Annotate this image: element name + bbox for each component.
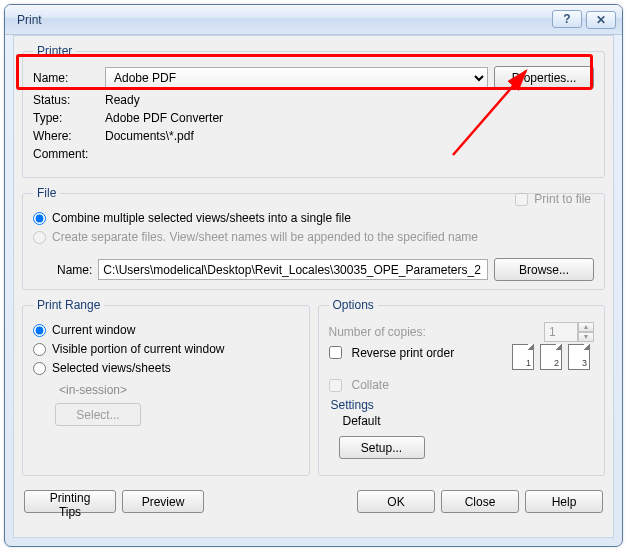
type-value: Adobe PDF Converter [105,111,223,125]
help-button[interactable]: Help [525,490,603,513]
copies-label: Number of copies: [329,325,541,339]
visible-portion-label: Visible portion of current window [52,342,225,356]
current-window-radio[interactable] [33,324,46,337]
print-dialog: Print ? ✕ Printer Name: Adobe PDF Proper… [4,4,623,547]
where-label: Where: [33,129,99,143]
titlebar: Print ? ✕ [5,5,622,35]
printing-tips-button[interactable]: Printing Tips [24,490,116,513]
chevron-up-icon: ▲ [578,322,594,332]
combine-label: Combine multiple selected views/sheets i… [52,211,351,225]
print-to-file-checkbox [515,193,528,206]
print-to-file-label: Print to file [534,192,591,206]
in-session-text: <in-session> [59,383,299,397]
print-range-group: Print Range Current window Visible porti… [22,298,310,476]
help-icon[interactable]: ? [552,10,582,28]
printer-group: Printer Name: Adobe PDF Properties... St… [22,44,605,178]
reverse-label: Reverse print order [352,346,509,360]
combine-radio[interactable] [33,212,46,225]
chevron-down-icon: ▼ [578,332,594,342]
file-legend: File [33,186,60,200]
reverse-row[interactable]: Reverse print order 1 2 3 [329,346,595,376]
visible-portion-radio[interactable] [33,343,46,356]
options-group: Options Number of copies: ▲▼ Reverse pri… [318,298,606,476]
close-button[interactable]: Close [441,490,519,513]
options-legend: Options [329,298,378,312]
client-area: Printer Name: Adobe PDF Properties... St… [13,35,614,538]
selected-views-label: Selected views/sheets [52,361,171,375]
comment-label: Comment: [33,147,99,161]
file-name-label: Name: [57,263,92,277]
collate-label: Collate [352,378,389,392]
printer-name-select[interactable]: Adobe PDF [105,67,488,89]
status-label: Status: [33,93,99,107]
select-button: Select... [55,403,141,426]
current-window-label: Current window [52,323,135,337]
reverse-checkbox[interactable] [329,346,342,359]
bottom-bar: Printing Tips Preview OK Close Help [14,484,613,513]
selected-views-radio[interactable] [33,362,46,375]
combine-radio-row[interactable]: Combine multiple selected views/sheets i… [33,211,594,225]
collate-row: Collate [329,378,595,392]
visible-portion-row[interactable]: Visible portion of current window [33,342,299,356]
printer-name-label: Name: [33,71,99,85]
print-to-file-row: Print to file [515,192,591,206]
current-window-row[interactable]: Current window [33,323,299,337]
preview-button[interactable]: Preview [122,490,204,513]
separate-radio [33,231,46,244]
selected-views-row[interactable]: Selected views/sheets [33,361,299,375]
separate-radio-row: Create separate files. View/sheet names … [33,230,594,244]
settings-default: Default [343,414,595,428]
ok-button[interactable]: OK [357,490,435,513]
copies-row: Number of copies: ▲▼ [329,322,595,342]
status-value: Ready [105,93,140,107]
window-title: Print [17,13,42,27]
setup-button[interactable]: Setup... [339,436,425,459]
collate-icons: 1 2 3 [512,344,594,374]
file-path-input[interactable] [98,259,488,280]
close-icon[interactable]: ✕ [586,11,616,29]
copies-spinner: ▲▼ [544,322,594,342]
settings-head: Settings [331,398,595,412]
collate-checkbox [329,379,342,392]
browse-button[interactable]: Browse... [494,258,594,281]
print-range-legend: Print Range [33,298,104,312]
where-value: Documents\*.pdf [105,129,194,143]
copies-input [544,322,578,342]
type-label: Type: [33,111,99,125]
printer-legend: Printer [33,44,76,58]
properties-button[interactable]: Properties... [494,66,594,89]
window-buttons: ? ✕ [552,11,616,29]
separate-label: Create separate files. View/sheet names … [52,230,478,244]
